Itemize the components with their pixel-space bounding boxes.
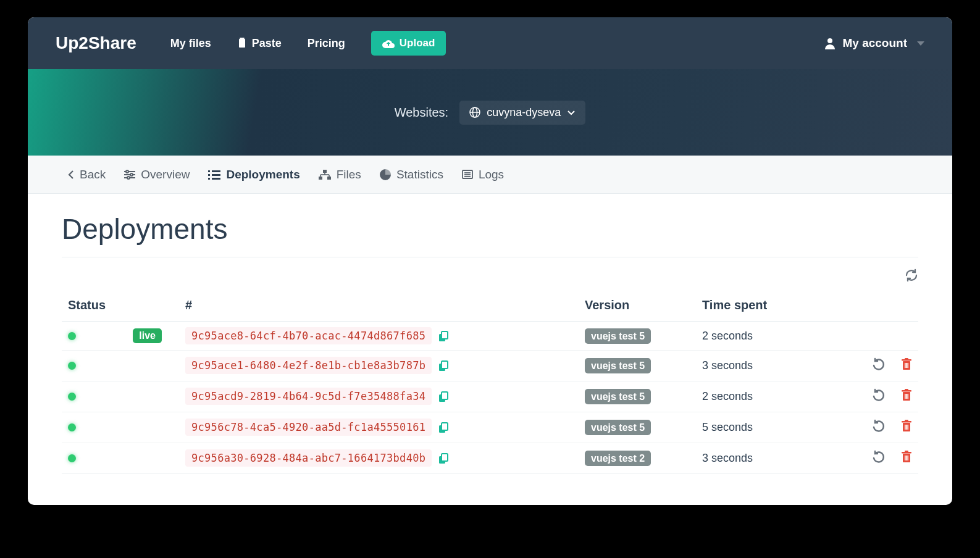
copy-button[interactable] <box>438 331 449 342</box>
svg-rect-37 <box>905 363 906 368</box>
copy-button[interactable] <box>438 360 449 372</box>
subnav-deployments[interactable]: Deployments <box>208 168 299 181</box>
nav-paste[interactable]: Paste <box>237 37 282 50</box>
th-hash: # <box>179 289 579 322</box>
brand-logo[interactable]: Up2Share <box>56 33 136 53</box>
svg-rect-57 <box>442 454 448 461</box>
svg-rect-54 <box>906 425 907 430</box>
svg-rect-53 <box>905 425 906 430</box>
table-row: 9c95ace1-6480-4e2f-8e1b-cb1e8a3b787bvuej… <box>62 351 918 381</box>
list-check-icon <box>208 170 220 180</box>
deployment-hash: 9c956a30-6928-484a-abc7-1664173bd40b <box>185 449 432 467</box>
hero-bar: Websites: cuvyna-dyseva <box>28 69 952 156</box>
svg-rect-18 <box>212 178 220 180</box>
version-badge: vuejs test 5 <box>585 328 651 344</box>
copy-button[interactable] <box>438 391 449 402</box>
table-row: 9c956c78-4ca5-4920-aa5d-fc1a45550161vuej… <box>62 412 918 443</box>
status-dot <box>68 393 76 401</box>
subnav-statistics-label: Statistics <box>396 168 443 181</box>
svg-rect-44 <box>905 389 908 391</box>
upload-button[interactable]: Upload <box>371 31 446 56</box>
copy-button[interactable] <box>438 453 449 464</box>
delete-button[interactable] <box>901 358 912 373</box>
deployment-hash: 9c95ace8-64cf-4b70-acac-4474d867f685 <box>185 327 432 344</box>
subnav-overview[interactable]: Overview <box>124 168 190 181</box>
svg-rect-33 <box>442 361 448 369</box>
th-version: Version <box>579 289 696 322</box>
sliders-icon <box>124 170 135 180</box>
websites-label: Websites: <box>395 106 448 120</box>
svg-rect-36 <box>905 358 908 360</box>
th-time: Time spent <box>696 289 850 322</box>
svg-rect-49 <box>442 423 448 430</box>
nav-paste-label: Paste <box>252 37 282 50</box>
svg-rect-14 <box>212 170 220 172</box>
nav-pricing[interactable]: Pricing <box>308 37 345 50</box>
delete-button[interactable] <box>901 420 912 435</box>
refresh-button[interactable] <box>905 269 918 285</box>
rollback-button[interactable] <box>873 388 886 405</box>
list-icon <box>462 170 473 179</box>
nav-links: My files Paste Pricing Upload <box>170 31 446 56</box>
svg-rect-2 <box>240 38 244 40</box>
rollback-button[interactable] <box>873 450 886 467</box>
time-spent: 5 seconds <box>696 412 850 443</box>
subnav-back[interactable]: Back <box>68 168 106 181</box>
svg-rect-62 <box>906 456 907 460</box>
svg-rect-60 <box>905 451 908 452</box>
deployment-hash: 9c956c78-4ca5-4920-aa5d-fc1a45550161 <box>185 418 432 436</box>
nav-my-files[interactable]: My files <box>170 37 211 50</box>
chart-pie-icon <box>380 169 391 180</box>
time-spent: 3 seconds <box>696 351 850 381</box>
time-spent: 2 seconds <box>696 381 850 412</box>
svg-rect-31 <box>442 331 448 339</box>
svg-rect-45 <box>905 394 906 399</box>
svg-rect-20 <box>319 177 322 180</box>
svg-rect-15 <box>208 174 210 176</box>
subnav-logs-label: Logs <box>479 168 504 181</box>
app-window: Up2Share My files Paste Pricing Upload M… <box>28 17 952 505</box>
svg-rect-21 <box>327 177 331 180</box>
chevron-left-icon <box>68 170 74 180</box>
live-badge: live <box>133 328 162 343</box>
svg-rect-61 <box>905 456 906 460</box>
table-row: 9c95acd9-2819-4b64-9c5d-f7e35488fa34vuej… <box>62 381 918 412</box>
svg-point-8 <box>126 170 128 173</box>
subnav-overview-label: Overview <box>141 168 190 181</box>
page-title: Deployments <box>62 212 918 257</box>
table-header-row: Status # Version Time spent <box>62 289 918 322</box>
table-row: live9c95ace8-64cf-4b70-acac-4474d867f685… <box>62 322 918 351</box>
version-badge: vuejs test 2 <box>585 451 651 466</box>
table-row: 9c956a30-6928-484a-abc7-1664173bd40bvuej… <box>62 443 918 474</box>
svg-rect-39 <box>907 363 908 368</box>
subnav-deployments-label: Deployments <box>226 168 299 181</box>
upload-button-label: Upload <box>400 37 435 49</box>
svg-rect-55 <box>907 425 908 430</box>
subnav-statistics[interactable]: Statistics <box>380 168 443 181</box>
svg-rect-16 <box>212 174 220 176</box>
delete-button[interactable] <box>901 389 912 404</box>
copy-button[interactable] <box>438 422 449 433</box>
website-select[interactable]: cuvyna-dyseva <box>459 101 585 125</box>
deployments-table: Status # Version Time spent live9c95ace8… <box>62 289 918 474</box>
subnav-files[interactable]: Files <box>319 168 361 181</box>
account-label: My account <box>842 36 907 50</box>
topbar: Up2Share My files Paste Pricing Upload M… <box>28 17 952 69</box>
status-dot <box>68 454 76 462</box>
table-toolbar <box>62 257 918 289</box>
caret-down-icon <box>917 41 924 46</box>
th-status: Status <box>62 289 179 322</box>
rollback-button[interactable] <box>873 419 886 436</box>
cloud-upload-icon <box>382 39 395 48</box>
refresh-icon <box>905 269 918 282</box>
svg-point-12 <box>127 177 130 179</box>
delete-button[interactable] <box>901 451 912 466</box>
account-menu[interactable]: My account <box>824 36 924 50</box>
user-icon <box>824 37 836 49</box>
svg-rect-17 <box>208 178 210 180</box>
website-selected: cuvyna-dyseva <box>487 106 561 119</box>
subnav-logs[interactable]: Logs <box>462 168 504 181</box>
clipboard-icon <box>237 38 247 49</box>
rollback-button[interactable] <box>873 357 886 374</box>
content: Deployments Status # Version Time spent … <box>28 194 952 505</box>
